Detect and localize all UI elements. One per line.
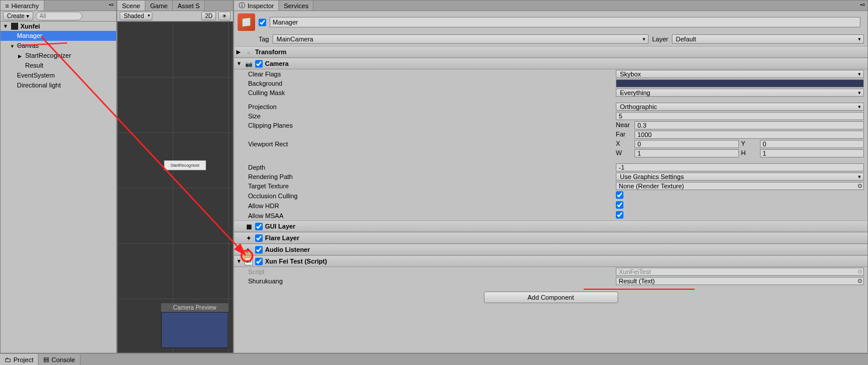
allow-msaa-checkbox[interactable] xyxy=(616,211,623,219)
tab-project[interactable]: 🗀Project xyxy=(0,354,39,365)
script-label: Script xyxy=(248,268,616,275)
hierarchy-item-directionallight[interactable]: Directional light xyxy=(1,80,116,90)
clipping-planes-label: Clipping Planes xyxy=(248,122,616,129)
scene-row[interactable]: ▼Xunfei xyxy=(1,22,116,31)
audio-listener-enabled-checkbox[interactable] xyxy=(255,246,263,254)
panel-menu-icon[interactable]: ▪≡ xyxy=(107,1,116,10)
viewport-h-input[interactable] xyxy=(760,149,864,157)
camera-icon: 📷 xyxy=(245,59,253,68)
allow-hdr-checkbox[interactable] xyxy=(616,201,623,209)
hierarchy-item-startrecognizer[interactable]: ▶StartRecognizer xyxy=(1,51,116,61)
foldout-icon[interactable]: ▼ xyxy=(3,23,9,29)
foldout-icon[interactable]: ▼ xyxy=(236,61,242,66)
shurukuang-label: Shurukuang xyxy=(248,278,616,285)
hierarchy-panel: ≡Hierarchy ▪≡ Create ▾ ▼Xunfei Manager ▼… xyxy=(0,0,117,353)
occlusion-culling-checkbox[interactable] xyxy=(616,191,623,199)
info-icon: ⓘ xyxy=(239,1,245,10)
rendering-path-label: Rendering Path xyxy=(248,173,616,180)
background-label: Background xyxy=(248,80,616,87)
layer-label: Layer xyxy=(652,36,668,43)
tab-console[interactable]: ▤Console xyxy=(39,354,80,365)
size-input[interactable] xyxy=(616,112,864,120)
rendering-path-dropdown[interactable]: Use Graphics Settings xyxy=(616,173,864,181)
hierarchy-item-manager[interactable]: Manager xyxy=(1,31,116,41)
flare-layer-enabled-checkbox[interactable] xyxy=(255,234,263,242)
scene-viewport[interactable]: StartRecognizer Camera Preview xyxy=(117,22,233,353)
panel-menu-icon[interactable]: ▪≡ xyxy=(858,1,867,10)
viewport-y-input[interactable] xyxy=(760,140,864,148)
background-color-field[interactable] xyxy=(616,79,864,87)
script-field[interactable]: XunFeiTest xyxy=(616,268,864,276)
depth-input[interactable] xyxy=(616,163,864,171)
hierarchy-search-input[interactable] xyxy=(36,12,82,20)
shading-dropdown[interactable]: Shaded xyxy=(120,12,152,20)
foldout-icon[interactable]: ▶ xyxy=(18,52,22,61)
foldout-icon[interactable]: ▼ xyxy=(236,258,242,264)
gameobject-enabled-checkbox[interactable] xyxy=(259,19,266,26)
xunfeitest-enabled-checkbox[interactable] xyxy=(255,258,263,265)
size-label: Size xyxy=(248,113,616,120)
camera-preview-view xyxy=(161,312,228,348)
culling-mask-label: Culling Mask xyxy=(248,89,616,96)
gameobject-name-input[interactable] xyxy=(270,17,860,27)
allow-hdr-label: Allow HDR xyxy=(248,202,616,209)
tag-dropdown[interactable]: MainCamera xyxy=(273,34,649,44)
transform-component-header[interactable]: ▶ ⬦ Transform xyxy=(234,46,867,58)
scene-startrecognizer-button[interactable]: StartRecognizer xyxy=(164,160,206,170)
hierarchy-item-eventsystem[interactable]: EventSystem xyxy=(1,71,116,80)
audio-listener-icon: 🔊 xyxy=(245,245,253,254)
clear-flags-label: Clear Flags xyxy=(248,71,616,78)
audio-listener-component-header[interactable]: ▶ 🔊 Audio Listener xyxy=(234,244,867,255)
y-label: Y xyxy=(741,140,758,148)
tab-hierarchy[interactable]: ≡Hierarchy xyxy=(1,1,44,10)
create-button[interactable]: Create ▾ xyxy=(3,12,33,20)
tab-assetstore[interactable]: Asset S xyxy=(173,1,205,10)
flare-layer-component-header[interactable]: ▶ ✦ Flare Layer xyxy=(234,232,867,244)
viewport-x-input[interactable] xyxy=(635,140,739,148)
tab-game[interactable]: Game xyxy=(145,1,173,10)
inspector-panel: ⓘInspector Services ▪≡ Tag MainCamera La… xyxy=(233,0,868,353)
far-input[interactable] xyxy=(635,131,864,139)
shurukuang-field[interactable]: Result (Text) xyxy=(616,277,864,285)
tag-label: Tag xyxy=(259,36,269,43)
gui-layer-icon: ▦ xyxy=(245,222,253,230)
viewport-w-input[interactable] xyxy=(635,149,739,157)
depth-label: Depth xyxy=(248,164,616,171)
target-texture-label: Target Texture xyxy=(248,182,616,189)
viewport-rect-label: Viewport Rect xyxy=(248,141,616,148)
camera-preview-label: Camera Preview xyxy=(161,303,228,312)
add-component-button[interactable]: Add Component xyxy=(484,292,618,303)
gameobject-icon xyxy=(238,13,255,31)
projection-dropdown[interactable]: Orthographic xyxy=(616,103,864,111)
2d-toggle[interactable]: 2D xyxy=(201,12,216,20)
occlusion-culling-label: Occlusion Culling xyxy=(248,192,616,199)
triple-line-icon: ≡ xyxy=(5,2,9,9)
layer-dropdown[interactable]: Default xyxy=(672,34,864,44)
console-icon: ▤ xyxy=(43,356,49,363)
scene-panel: Scene Game Asset S Shaded 2D ☀ StartReco… xyxy=(117,0,233,353)
tab-services[interactable]: Services xyxy=(279,1,313,10)
hierarchy-item-result[interactable]: Result xyxy=(1,61,116,71)
camera-enabled-checkbox[interactable] xyxy=(255,60,263,68)
tab-scene[interactable]: Scene xyxy=(117,1,145,10)
near-input[interactable] xyxy=(635,121,864,129)
tab-inspector[interactable]: ⓘInspector xyxy=(234,1,279,10)
h-label: H xyxy=(741,149,758,157)
unity-logo-icon xyxy=(11,23,18,30)
clear-flags-dropdown[interactable]: Skybox xyxy=(616,70,864,78)
foldout-icon[interactable]: ▶ xyxy=(236,49,242,55)
w-label: W xyxy=(616,149,632,157)
near-label: Near xyxy=(616,121,632,129)
camera-component-header[interactable]: ▼ 📷 Camera xyxy=(234,58,867,69)
gui-layer-enabled-checkbox[interactable] xyxy=(255,223,263,230)
target-texture-field[interactable]: None (Render Texture) xyxy=(616,182,864,190)
hierarchy-item-canvas[interactable]: ▼Canvas xyxy=(1,41,116,51)
xunfeitest-component-header[interactable]: ▼ C# Xun Fei Test (Script) xyxy=(234,255,867,267)
gui-layer-component-header[interactable]: ▶ ▦ GUI Layer xyxy=(234,220,867,232)
culling-mask-dropdown[interactable]: Everything xyxy=(616,89,864,97)
script-icon: C# xyxy=(245,257,253,265)
flare-layer-icon: ✦ xyxy=(245,234,253,242)
light-toggle-icon[interactable]: ☀ xyxy=(218,12,231,20)
x-label: X xyxy=(616,140,632,148)
foldout-icon[interactable]: ▼ xyxy=(10,42,15,51)
